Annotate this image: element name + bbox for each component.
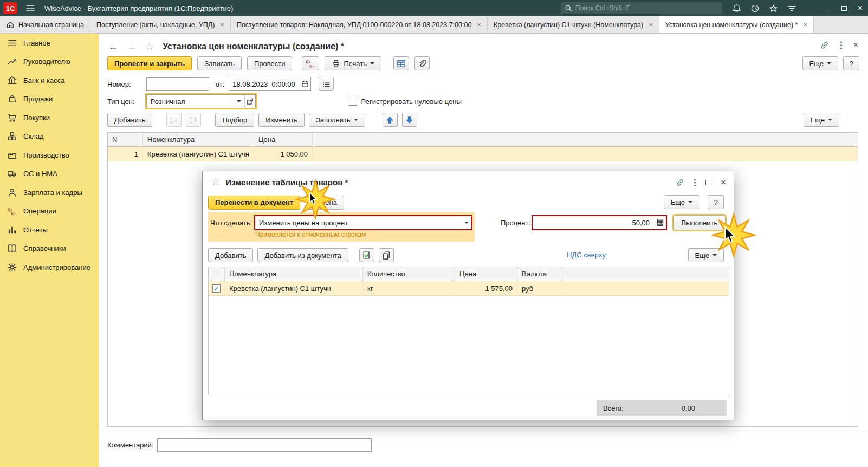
search-input[interactable] [575, 4, 718, 12]
sidebar-item-bank-cash[interactable]: Банк и касса [0, 71, 99, 90]
column-header-n[interactable]: N [108, 133, 143, 146]
sidebar-item-administration[interactable]: Администрирование [0, 258, 99, 277]
post-and-close-button[interactable]: Провести и закрыть [107, 56, 192, 70]
column-header-currency[interactable]: Валюта [517, 267, 563, 281]
column-header-price[interactable]: Цена [254, 133, 313, 146]
tab-close-icon[interactable]: × [803, 21, 807, 29]
tab-close-icon[interactable]: × [220, 21, 224, 29]
dialog-items-table[interactable]: Номенклатура Количество Цена Валюта ✓ Кр… [208, 267, 729, 395]
functions-filter-icon[interactable] [787, 4, 796, 13]
sidebar-item-catalogs[interactable]: Справочники [0, 239, 99, 258]
change-button[interactable]: Изменить [258, 113, 305, 127]
sidebar-item-purchases[interactable]: Покупки [0, 108, 99, 127]
dialog-more-dots-icon[interactable] [694, 178, 696, 187]
dialog-favorite-star-icon[interactable]: ☆ [211, 176, 220, 188]
sidebar-item-warehouse[interactable]: Склад [0, 127, 99, 146]
sidebar-item-reports[interactable]: Отчеты [0, 220, 99, 239]
column-header-quantity[interactable]: Количество [363, 267, 455, 281]
what-to-do-combo[interactable]: Изменить цены на процент [254, 215, 472, 230]
help-button[interactable]: ? [843, 56, 859, 70]
form-more-button[interactable]: Еще [802, 56, 838, 70]
sidebar-item-hr-payroll[interactable]: Зарплата и кадры [0, 183, 99, 202]
column-header-nomenclature[interactable]: Номенклатура [143, 133, 254, 146]
notifications-bell-icon[interactable] [732, 4, 741, 13]
percent-input[interactable] [533, 216, 653, 229]
nav-forward-button[interactable]: → [127, 41, 137, 53]
open-list-button[interactable] [319, 77, 334, 91]
dialog-add-button[interactable]: Добавить [208, 248, 253, 262]
sidebar-item-manager[interactable]: Руководителю [0, 53, 99, 72]
combo-dropdown-button[interactable] [461, 216, 471, 229]
column-header-mark[interactable] [209, 267, 225, 281]
dialog-get-link-icon[interactable] [676, 178, 684, 187]
dialog-maximize-button[interactable] [705, 180, 711, 185]
add-row-button[interactable]: Добавить [107, 113, 152, 127]
calculator-button[interactable] [656, 218, 664, 226]
attachments-button[interactable] [414, 56, 430, 70]
sort-asc-button[interactable]: АЯ [166, 113, 182, 127]
column-header-price[interactable]: Цена [455, 267, 517, 281]
sidebar-item-sales[interactable]: Продажи [0, 90, 99, 109]
tab-nomenclature-item[interactable]: Креветка (лангустин) С1 штучн (Номенклат… [488, 16, 659, 33]
tab-bar: Начальная страница Поступление (акты, на… [0, 16, 868, 34]
price-type-combo[interactable]: Розничная [146, 94, 256, 108]
sidebar-item-main[interactable]: Главное [0, 34, 99, 53]
tab-goods-receipt[interactable]: Поступление товаров: Накладная, УПД 0100… [231, 16, 488, 33]
more-dots-icon[interactable] [840, 41, 843, 50]
move-down-button[interactable] [402, 113, 417, 127]
dialog-table-row[interactable]: ✓ Креветка (лангустин) С1 штучн кг 1 575… [209, 281, 729, 296]
main-menu-icon[interactable] [25, 3, 36, 14]
dialog-more-button[interactable]: Еще [664, 195, 699, 209]
cell-mark[interactable]: ✓ [209, 281, 225, 295]
sort-desc-button[interactable]: ЯА [186, 113, 201, 127]
history-clock-icon[interactable] [750, 4, 760, 13]
fill-button[interactable]: Заполнить [309, 113, 365, 127]
form-close-button[interactable]: × [853, 40, 858, 50]
combo-dropdown-button[interactable] [234, 95, 244, 108]
dialog-help-button[interactable]: ? [708, 195, 724, 209]
pick-button[interactable]: Подбор [215, 113, 254, 127]
window-close-button[interactable]: × [858, 3, 863, 13]
report-structure-button[interactable] [393, 56, 409, 70]
open-item-button[interactable] [244, 95, 255, 108]
minimize-button[interactable]: – [826, 4, 831, 12]
tab-receipts-list[interactable]: Поступление (акты, накладные, УПД) × [90, 16, 231, 33]
dialog-close-button[interactable]: × [721, 177, 726, 188]
nav-back-button[interactable]: ← [108, 41, 118, 53]
maximize-button[interactable] [841, 6, 847, 11]
favorite-star-icon[interactable]: ☆ [145, 41, 154, 53]
tab-close-icon[interactable]: × [477, 21, 481, 29]
sidebar-item-operations[interactable]: ДтКт Операции [0, 202, 99, 221]
tab-price-setting[interactable]: Установка цен номенклатуры (создание) * … [659, 16, 814, 34]
sidebar-item-fixed-assets[interactable]: ОС и НМА [0, 165, 99, 184]
percent-field[interactable] [532, 215, 667, 230]
date-picker-button[interactable] [299, 77, 310, 90]
print-button[interactable]: Печать [325, 56, 381, 70]
sidebar-item-label: Администрирование [23, 263, 90, 271]
post-button[interactable]: Провести [247, 56, 293, 70]
transfer-to-document-button[interactable]: Перенести в документ [208, 196, 300, 210]
move-up-button[interactable] [383, 113, 398, 127]
sidebar-item-production[interactable]: Производство [0, 146, 99, 165]
zero-prices-checkbox[interactable] [349, 98, 357, 106]
comment-input[interactable] [157, 438, 372, 452]
vat-mode-link[interactable]: НДС сверху [567, 251, 606, 259]
table-more-button[interactable]: Еще [804, 113, 839, 127]
check-all-button[interactable] [359, 248, 374, 262]
favorites-star-icon[interactable] [769, 4, 778, 13]
get-link-icon[interactable] [820, 41, 829, 50]
write-button[interactable]: Записать [197, 56, 242, 70]
number-input[interactable] [146, 77, 209, 91]
add-from-document-button[interactable]: Добавить из документа [257, 248, 348, 262]
column-header-nomenclature[interactable]: Номенклатура [225, 267, 363, 281]
tab-label: Поступление (акты, накладные, УПД) [96, 21, 215, 29]
tab-close-icon[interactable]: × [649, 21, 653, 29]
uncheck-all-button[interactable] [379, 248, 394, 262]
copy-icon [382, 251, 391, 260]
table-row[interactable]: 1 Креветка (лангустин) С1 штучн 1 050,00 [108, 147, 858, 161]
row-checkbox[interactable]: ✓ [212, 284, 221, 293]
debit-credit-button[interactable]: ДтКт [302, 56, 319, 70]
date-input[interactable] [229, 77, 299, 90]
global-search[interactable] [561, 2, 722, 14]
tab-home[interactable]: Начальная страница [0, 16, 90, 33]
